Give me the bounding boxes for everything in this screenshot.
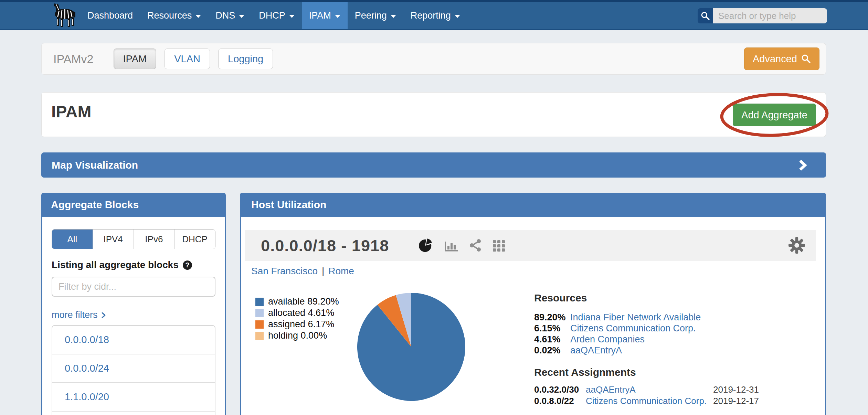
zebra-logo-icon[interactable] bbox=[50, 3, 79, 28]
resource-link[interactable]: Indiana Fiber Network Available bbox=[570, 312, 701, 322]
tab-dhcp[interactable]: DHCP bbox=[174, 230, 215, 249]
add-aggregate-button[interactable]: Add Aggregate bbox=[733, 104, 816, 126]
host-utilization-body: 0.0.0.0/18 - 1918 bbox=[240, 217, 826, 415]
stats-column: Resources 89.20%Indiana Fiber Network Av… bbox=[534, 292, 813, 407]
resource-pct: 4.61% bbox=[534, 334, 570, 345]
caret-down-icon bbox=[289, 15, 295, 18]
aggregate-list-item[interactable]: 0.0.0.0/24 bbox=[52, 354, 215, 382]
gear-icon[interactable] bbox=[788, 237, 805, 254]
ipam-page: Dashboard Resources DNS DHCP IPAM Peerin… bbox=[0, 0, 868, 415]
caret-down-icon bbox=[335, 15, 340, 18]
share-icon[interactable] bbox=[469, 239, 481, 252]
tab-label: IPV4 bbox=[103, 234, 123, 245]
magnifier-icon bbox=[801, 54, 811, 64]
tab-label: VLAN bbox=[174, 53, 200, 65]
toolbar-tab-logging[interactable]: Logging bbox=[218, 49, 273, 69]
legend-row-holding: holding 0.00% bbox=[255, 330, 339, 341]
assignment-date: 2019-12-17 bbox=[713, 396, 759, 406]
legend-row-available: available 89.20% bbox=[255, 296, 339, 307]
pie-legend: available 89.20% allocated 4.61% assigne… bbox=[255, 296, 339, 341]
tab-label: IPAM bbox=[123, 53, 147, 65]
ipamv2-toolbar: IPAMv2 IPAM VLAN Logging Advanced bbox=[41, 43, 826, 75]
resource-link[interactable]: Arden Companies bbox=[570, 334, 645, 344]
chevron-right-small-icon bbox=[101, 311, 106, 319]
top-navbar: Dashboard Resources DNS DHCP IPAM Peerin… bbox=[0, 0, 868, 30]
host-utilization-header: Host Utilization bbox=[240, 193, 826, 217]
nav-label: DHCP bbox=[259, 10, 285, 21]
block-title-strip: 0.0.0.0/18 - 1918 bbox=[245, 230, 816, 261]
toolbar-tab-vlan[interactable]: VLAN bbox=[165, 49, 210, 69]
search-icon[interactable] bbox=[698, 8, 713, 23]
legend-swatch-available bbox=[255, 298, 264, 306]
nav-label: IPAM bbox=[309, 10, 331, 21]
resource-row: 4.61%Arden Companies bbox=[534, 334, 813, 345]
advanced-search-button[interactable]: Advanced bbox=[744, 47, 819, 70]
nav-item-resources[interactable]: Resources bbox=[140, 2, 208, 29]
aggregate-list-item[interactable]: 1.1.0.0/20 bbox=[52, 382, 215, 411]
listing-label: Listing all aggregate blocks ? bbox=[52, 259, 215, 270]
listing-text: Listing all aggregate blocks bbox=[52, 259, 179, 270]
global-search bbox=[698, 8, 827, 23]
assignment-link[interactable]: Citizens Communication Corp. bbox=[586, 396, 707, 406]
assignment-link[interactable]: aaQAEntryA bbox=[586, 384, 636, 395]
resource-link[interactable]: aaQAEntryA bbox=[570, 345, 622, 355]
block-title: 0.0.0.0/18 - 1918 bbox=[261, 236, 389, 255]
add-aggregate-label: Add Aggregate bbox=[741, 109, 807, 121]
grid-icon[interactable] bbox=[493, 239, 506, 252]
assignment-cidr: 0.0.8.0/22 bbox=[534, 395, 586, 407]
nav-item-reporting[interactable]: Reporting bbox=[403, 2, 467, 29]
legend-swatch-allocated bbox=[255, 309, 264, 317]
more-filters-link[interactable]: more filters bbox=[52, 310, 215, 320]
recent-assignment-row: 0.0.32.0/30aaQAEntryA2019-12-31 bbox=[534, 384, 813, 395]
pie-chart-icon[interactable] bbox=[418, 238, 433, 253]
chevron-right-icon[interactable] bbox=[798, 159, 807, 171]
nav-item-dns[interactable]: DNS bbox=[208, 2, 252, 29]
help-icon[interactable]: ? bbox=[183, 260, 192, 270]
caret-down-icon bbox=[455, 15, 460, 18]
resource-pct: 0.02% bbox=[534, 345, 570, 356]
map-visualization-toggle[interactable]: Map Visualization bbox=[41, 152, 826, 178]
host-utilization-panel: Host Utilization 0.0.0.0/18 - 1918 bbox=[240, 193, 826, 415]
tab-ipv6[interactable]: IPv6 bbox=[134, 230, 174, 249]
search-input[interactable] bbox=[713, 8, 827, 23]
nav-item-dashboard[interactable]: Dashboard bbox=[80, 2, 140, 29]
region-separator: | bbox=[322, 266, 324, 276]
nav-item-peering[interactable]: Peering bbox=[348, 2, 403, 29]
cidr-filter-input[interactable] bbox=[52, 277, 215, 297]
map-visualization-label: Map Visualization bbox=[52, 159, 138, 171]
caret-down-icon bbox=[391, 15, 396, 18]
aggregate-list-item[interactable]: 2.0.0.0/24 bbox=[52, 411, 215, 415]
region-links: San Franscisco|Rome bbox=[251, 266, 816, 277]
region-link-rome[interactable]: Rome bbox=[328, 266, 354, 276]
aggregate-blocks-body: All IPV4 IPv6 DHCP Listing all aggregate… bbox=[41, 217, 226, 415]
nav-label: DNS bbox=[215, 10, 235, 21]
legend-label: allocated 4.61% bbox=[268, 308, 334, 318]
assignment-cidr: 0.0.32.0/30 bbox=[534, 384, 586, 395]
resources-rows: 89.20%Indiana Fiber Network Available 6.… bbox=[534, 312, 813, 356]
recent-assignment-row: 0.0.8.0/22Citizens Communication Corp.20… bbox=[534, 395, 813, 407]
nav-item-ipam[interactable]: IPAM bbox=[302, 2, 348, 29]
nav-label: Peering bbox=[355, 10, 387, 21]
resources-heading: Resources bbox=[534, 292, 813, 304]
toolbar-tab-ipam[interactable]: IPAM bbox=[114, 49, 157, 69]
legend-row-allocated: allocated 4.61% bbox=[255, 307, 339, 319]
main-nav: Dashboard Resources DNS DHCP IPAM Peerin… bbox=[80, 2, 467, 29]
legend-label: holding 0.00% bbox=[268, 330, 327, 341]
tab-ipv4[interactable]: IPV4 bbox=[93, 230, 134, 249]
advanced-label: Advanced bbox=[753, 53, 797, 65]
panel-title: Aggregate Blocks bbox=[51, 199, 139, 211]
page-title: IPAM bbox=[51, 102, 91, 121]
aggregate-blocks-panel: Aggregate Blocks All IPV4 IPv6 DHCP List… bbox=[41, 193, 226, 415]
legend-swatch-holding bbox=[255, 332, 264, 340]
tab-all[interactable]: All bbox=[52, 230, 93, 249]
bar-chart-icon[interactable] bbox=[444, 239, 458, 252]
nav-item-dhcp[interactable]: DHCP bbox=[252, 2, 302, 29]
region-link-san-francisco[interactable]: San Franscisco bbox=[251, 266, 318, 276]
aggregate-list-item[interactable]: 0.0.0.0/18 bbox=[52, 326, 215, 354]
nav-label: Reporting bbox=[411, 10, 451, 21]
resource-link[interactable]: Citizens Communication Corp. bbox=[570, 323, 696, 333]
toolbar-title: IPAMv2 bbox=[53, 52, 94, 66]
tab-label: DHCP bbox=[182, 234, 208, 245]
resource-pct: 89.20% bbox=[534, 312, 570, 323]
resource-row: 89.20%Indiana Fiber Network Available bbox=[534, 312, 813, 323]
